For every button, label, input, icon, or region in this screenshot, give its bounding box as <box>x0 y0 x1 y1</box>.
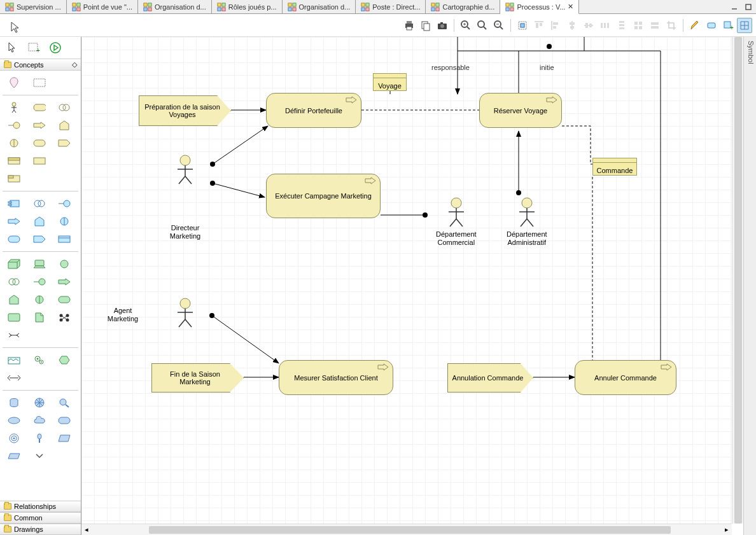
data-commande[interactable]: Commande <box>592 158 637 176</box>
process-annuler[interactable]: Annuler Commande <box>575 360 676 395</box>
shape-process-icon[interactable] <box>28 136 51 150</box>
shape-group-icon[interactable] <box>28 76 51 90</box>
shape-actor-icon[interactable] <box>3 101 25 115</box>
zoom-reset-button[interactable] <box>475 18 490 33</box>
shape-connector-icon[interactable] <box>3 328 25 342</box>
shape-ellipse-icon[interactable] <box>3 413 25 427</box>
process-reserver[interactable]: Réserver Voyage <box>479 93 562 128</box>
scroll-thumb[interactable] <box>734 37 742 524</box>
shape-arrow-g-icon[interactable] <box>53 275 76 289</box>
event-prep-saison[interactable]: Préparation de la saison Voyages <box>139 95 231 126</box>
add-element-button[interactable]: + <box>720 18 736 33</box>
shape-role-icon[interactable] <box>28 101 51 115</box>
shape-workpkg-icon[interactable] <box>3 353 25 367</box>
horizontal-scrollbar[interactable]: ◂ ▸ <box>81 524 732 535</box>
shape-location-icon[interactable] <box>3 76 25 90</box>
actor-directeur[interactable]: Directeur Marketing <box>174 155 197 185</box>
zoom-out-button[interactable] <box>491 18 507 33</box>
shape-arrow-y-icon[interactable] <box>28 118 51 132</box>
palette-section-relationships[interactable]: Relationships <box>0 501 81 512</box>
shape-dropdown-icon[interactable] <box>28 449 51 463</box>
shape-wheel-icon[interactable] <box>28 396 51 410</box>
concept-button[interactable] <box>704 18 719 33</box>
palette-section-drawings[interactable]: Drawings <box>0 524 81 535</box>
copy-button[interactable] <box>418 18 433 33</box>
side-panel-symbol[interactable]: Symbol <box>743 37 756 535</box>
data-voyage[interactable]: Voyage <box>373 73 407 91</box>
shape-interface-g-icon[interactable] <box>28 275 51 289</box>
marquee-tool[interactable]: + <box>27 41 41 55</box>
grid-button[interactable] <box>737 18 752 33</box>
tab-organisation1[interactable]: Organisation d... <box>138 0 212 13</box>
shape-lens-icon[interactable] <box>53 396 76 410</box>
distribute-v-button[interactable] <box>614 18 629 33</box>
align-center-v-button[interactable] <box>581 18 596 33</box>
shape-interaction-g-icon[interactable] <box>28 293 51 307</box>
actor-agent[interactable]: Agent Marketing <box>174 298 197 328</box>
tab-pointdevue[interactable]: Point de vue "... <box>67 0 138 13</box>
shape-dataobj-b-icon[interactable] <box>53 232 76 246</box>
palette-section-common[interactable]: Common <box>0 512 81 524</box>
shape-hexagon-icon[interactable] <box>53 353 76 367</box>
shape-cylinder-icon[interactable] <box>3 396 25 410</box>
shape-parallelogram-icon[interactable] <box>53 431 76 445</box>
shape-sysserv-icon[interactable] <box>53 257 76 271</box>
shape-double-arrow-icon[interactable] <box>3 371 25 385</box>
palette-section-concepts[interactable]: Concepts ◇ <box>0 59 81 71</box>
camera-button[interactable] <box>435 18 450 33</box>
shape-service-icon[interactable] <box>3 154 25 168</box>
shape-collab-icon[interactable] <box>53 101 76 115</box>
shape-artifact-icon[interactable] <box>28 310 51 324</box>
vertical-scrollbar[interactable] <box>732 37 743 524</box>
shape-device-icon[interactable] <box>28 257 51 271</box>
shape-component-b-icon[interactable] <box>3 197 25 211</box>
shape-path-icon[interactable] <box>53 293 76 307</box>
same-height-button[interactable] <box>647 18 662 33</box>
shape-event-icon[interactable] <box>53 136 76 150</box>
tab-organisation2[interactable]: Organisation d... <box>283 0 356 13</box>
process-definir[interactable]: Définir Portefeuille <box>266 93 361 128</box>
shape-appservice-icon[interactable] <box>3 232 25 246</box>
shape-goal-icon[interactable] <box>3 431 25 445</box>
shape-interface-b-icon[interactable] <box>53 197 76 211</box>
process-executer[interactable]: Exécuter Campagne Marketing <box>266 174 381 218</box>
close-icon[interactable]: ✕ <box>565 3 573 11</box>
shape-network-icon[interactable] <box>3 310 25 324</box>
shape-interaction-b-icon[interactable] <box>53 214 76 228</box>
shape-collab-g-icon[interactable] <box>3 275 25 289</box>
event-fin-saison[interactable]: Fin de la Saison Marketing <box>151 363 244 393</box>
scroll-left-icon[interactable]: ◂ <box>81 525 92 535</box>
shape-function-g-icon[interactable] <box>3 293 25 307</box>
same-width-button[interactable] <box>631 18 646 33</box>
tab-roles[interactable]: Rôles joués p... <box>212 0 283 13</box>
tab-processus[interactable]: Processus : V... ✕ <box>500 0 579 14</box>
process-mesurer[interactable]: Mesurer Satisfaction Client <box>279 360 393 395</box>
maximize-button[interactable] <box>743 3 753 11</box>
shape-contract-icon[interactable] <box>28 154 51 168</box>
shape-node-icon[interactable] <box>3 257 25 271</box>
crop-button[interactable] <box>664 18 679 33</box>
tab-cartographie[interactable]: Cartographie d... <box>426 0 500 13</box>
event-annulation[interactable]: Annulation Commande <box>447 363 533 393</box>
shape-collab-b-icon[interactable] <box>28 197 51 211</box>
shape-product-icon[interactable] <box>3 172 25 186</box>
shape-function-icon[interactable] <box>53 118 76 132</box>
zoom-in-button[interactable] <box>458 18 473 33</box>
shape-event-b-icon[interactable] <box>28 232 51 246</box>
align-center-h-button[interactable] <box>564 18 580 33</box>
shape-gears-icon[interactable] <box>28 353 51 367</box>
shape-interaction-icon[interactable] <box>3 136 25 150</box>
align-top-button[interactable] <box>531 18 547 33</box>
shape-cloud-icon[interactable] <box>28 413 51 427</box>
navigate-tool[interactable] <box>48 41 62 55</box>
shape-requirement-icon[interactable] <box>53 413 76 427</box>
tab-poste[interactable]: Poste : Direct... <box>356 0 426 13</box>
scroll-right-icon[interactable]: ▸ <box>722 525 732 535</box>
diagram-canvas[interactable]: Voyage Commande Préparation de la saison… <box>81 37 732 524</box>
distribute-h-button[interactable] <box>598 18 613 33</box>
tab-supervision[interactable]: Supervision ... <box>0 0 67 13</box>
scroll-thumb[interactable] <box>149 526 671 534</box>
print-button[interactable] <box>402 18 417 33</box>
shape-half-parallel-icon[interactable] <box>3 449 25 463</box>
shape-interface-icon[interactable] <box>3 118 25 132</box>
